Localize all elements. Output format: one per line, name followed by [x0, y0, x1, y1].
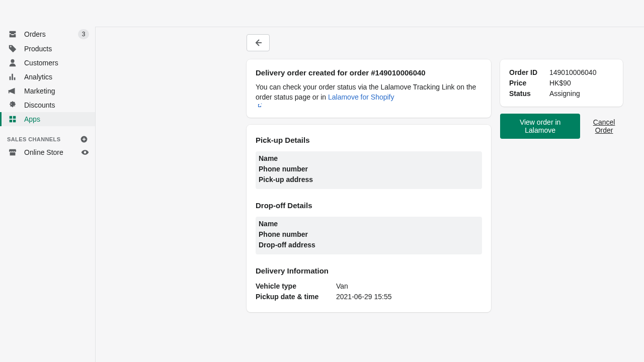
pickup-name-value: x	[339, 154, 369, 163]
sidebar-item-apps[interactable]: Apps	[0, 112, 95, 126]
pickup-title: Pick-up Details	[256, 136, 482, 144]
vehicle-label: Vehicle type	[256, 282, 336, 290]
status-value: Assigning	[549, 89, 614, 98]
sidebar-item-label: Customers	[24, 59, 89, 67]
price-value: HK$90	[549, 79, 614, 87]
sidebar-item-label: Apps	[24, 115, 89, 123]
sidebar-item-label: Discounts	[24, 101, 89, 109]
sidebar-item-customers[interactable]: Customers	[0, 56, 95, 70]
sidebar-item-orders[interactable]: Orders 3	[0, 27, 95, 42]
order-id-label: Order ID	[509, 68, 549, 76]
sidebar: Orders 3 Products Customers Analytics	[0, 27, 96, 362]
dropoff-address-value: x	[336, 241, 479, 249]
store-icon	[8, 148, 17, 157]
discount-icon	[8, 101, 17, 110]
pickup-address-label: Pick-up address	[259, 175, 333, 184]
pickup-time-value: 2021-06-29 15:55	[336, 293, 482, 301]
inbox-icon	[8, 30, 17, 39]
sidebar-item-label: Products	[24, 45, 89, 53]
orders-badge: 3	[78, 29, 89, 39]
pickup-name-label: Name	[259, 154, 339, 163]
analytics-icon	[8, 72, 17, 81]
sidebar-item-marketing[interactable]: Marketing	[0, 84, 95, 98]
add-channel-icon[interactable]	[80, 135, 88, 143]
sidebar-item-label: Marketing	[24, 87, 89, 95]
pickup-phone-value: x	[339, 165, 372, 173]
delivery-title: Delivery Information	[256, 266, 482, 275]
order-id-value: 149010006040	[549, 68, 614, 76]
card-title: Delivery order created for order #149010…	[256, 68, 482, 77]
sidebar-item-analytics[interactable]: Analytics	[0, 70, 95, 84]
external-link-icon	[257, 103, 263, 109]
pickup-phone-label: Phone number	[259, 165, 339, 173]
topbar	[0, 0, 644, 27]
sidebar-item-label: Analytics	[24, 73, 89, 81]
cancel-order-button[interactable]: Cancel Order	[585, 118, 623, 134]
sidebar-item-label: Orders	[24, 30, 71, 38]
sidebar-item-online-store[interactable]: Online Store	[0, 145, 95, 159]
view-order-button[interactable]: View order in Lalamove	[500, 114, 580, 139]
order-created-card: Delivery order created for order #149010…	[247, 59, 491, 118]
link-text: Lalamove for Shopify	[328, 93, 394, 101]
sales-channels-header: SALES CHANNELS	[0, 126, 95, 145]
sidebar-item-label: Online Store	[24, 148, 74, 156]
dropoff-name-value: x	[339, 220, 382, 228]
view-store-icon[interactable]	[81, 148, 89, 156]
order-actions: View order in Lalamove Cancel Order	[500, 114, 623, 139]
summary-card: Order ID149010006040 PriceHK$90 StatusAs…	[500, 59, 623, 107]
sidebar-item-discounts[interactable]: Discounts	[0, 98, 95, 112]
dropoff-phone-value: x	[339, 230, 384, 239]
pickup-address-value: x	[333, 175, 479, 184]
sidebar-item-products[interactable]: Products	[0, 42, 95, 56]
user-icon	[8, 58, 17, 67]
dropoff-name-label: Name	[259, 220, 339, 228]
apps-icon	[8, 115, 17, 124]
tag-icon	[8, 44, 17, 53]
dropoff-block: Namex Phone numberx Drop-off addressx	[256, 217, 482, 254]
vehicle-value: Van	[336, 282, 482, 290]
pickup-block: Namex Phone numberx Pick-up addressx	[256, 151, 482, 189]
section-label: SALES CHANNELS	[7, 136, 60, 142]
arrow-left-icon	[253, 38, 263, 48]
dropoff-phone-label: Phone number	[259, 230, 339, 239]
dropoff-title: Drop-off Details	[256, 201, 482, 210]
dropoff-address-label: Drop-off address	[259, 241, 336, 249]
status-label: Status	[509, 89, 549, 98]
megaphone-icon	[8, 86, 17, 96]
back-button[interactable]	[247, 34, 270, 51]
card-body: You can check your order status via the …	[256, 82, 482, 109]
pickup-time-label: Pickup date & time	[256, 293, 336, 301]
price-label: Price	[509, 79, 549, 87]
main-content: Delivery order created for order #149010…	[96, 27, 644, 362]
details-card: Pick-up Details Namex Phone numberx Pick…	[247, 125, 491, 312]
